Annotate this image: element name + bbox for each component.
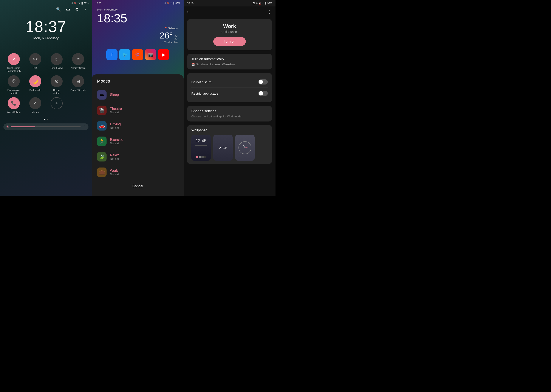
mode-item-theatre[interactable]: 🎬 Theatre Not set bbox=[92, 103, 184, 118]
bluetooth-icon: ✲ bbox=[71, 2, 73, 5]
wallpaper-thumb-1[interactable]: 12:45 bbox=[191, 135, 211, 161]
brightness-control[interactable]: ☀ ⋮ bbox=[3, 123, 88, 130]
twitter-icon: 🐦 bbox=[122, 52, 128, 57]
p3-battery: 36% bbox=[267, 2, 272, 5]
panel-lock-screen: ✲ 🔇 ▾▾ ||| 36% 🔍 ⏻ ⚙ ⋮ 18:37 Mon, 6 Febr… bbox=[0, 0, 92, 196]
more-icon[interactable]: ⋮ bbox=[84, 7, 88, 12]
wp2-sun-icon: ☀ bbox=[219, 146, 222, 150]
app-icon-twitter[interactable]: 🐦 bbox=[119, 49, 130, 60]
clock-display: 18:37 bbox=[0, 18, 92, 35]
wallpaper-thumb-2[interactable]: ☀ 23° bbox=[213, 135, 233, 161]
tile-do-not-disturb[interactable]: ⊘ Do notdisturb bbox=[47, 75, 66, 95]
p2-mute-icon: 🔇 bbox=[167, 2, 170, 5]
sleep-icon-glyph: 🛏 bbox=[100, 92, 104, 98]
driving-mode-icon: 🚗 bbox=[97, 121, 107, 131]
mode-item-work[interactable]: 💼 Work Not set bbox=[92, 164, 184, 180]
power-icon[interactable]: ⏻ bbox=[66, 7, 70, 12]
restrict-toggle[interactable] bbox=[258, 91, 268, 96]
back-button[interactable]: ‹ bbox=[187, 9, 189, 15]
cancel-button[interactable]: Cancel bbox=[92, 181, 184, 192]
relax-mode-name: Relax bbox=[110, 153, 119, 157]
status-bar-2: 18:35 ✲ 🔇 ▾ ||| 36% bbox=[92, 0, 184, 6]
dex-icon: DeX bbox=[33, 58, 37, 60]
tile-modes[interactable]: ✔ Modes bbox=[26, 97, 45, 113]
weather-low: 23° bbox=[175, 37, 179, 40]
mode-item-driving[interactable]: 🚗 Driving Not set bbox=[92, 118, 184, 133]
status-bar-1: ✲ 🔇 ▾▾ ||| 36% bbox=[0, 0, 92, 6]
p2-clock: 18:35 bbox=[97, 11, 179, 25]
app-icon-facebook[interactable]: f bbox=[106, 49, 117, 60]
mode-item-relax[interactable]: 🍃 Relax Not set bbox=[92, 149, 184, 164]
exercise-mode-status: Not set bbox=[110, 142, 123, 145]
brightness-bar[interactable] bbox=[11, 126, 81, 127]
tile-eye-comfort[interactable]: Ⓐ Eye comfortshield bbox=[4, 75, 23, 95]
wifi-icon: ▾▾ bbox=[78, 2, 80, 5]
p2-signal-icon: ||| bbox=[173, 2, 175, 5]
brightness-more-icon[interactable]: ⋮ bbox=[82, 125, 86, 129]
sleep-mode-name: Sleep bbox=[110, 93, 119, 97]
tile-nearby-share[interactable]: ≋ Nearby Share bbox=[69, 53, 88, 73]
wallpaper-section: Wallpaper 12:45 ☀ 23° bbox=[187, 125, 272, 164]
sleep-mode-icon: 🛏 bbox=[97, 90, 107, 99]
wp2-weather-info: ☀ 23° bbox=[219, 146, 227, 150]
p2-date: Mon, 6 February bbox=[97, 8, 179, 11]
relax-icon-glyph: 🍃 bbox=[99, 154, 105, 160]
search-icon[interactable]: 🔍 bbox=[56, 7, 61, 12]
add-circle: + bbox=[50, 97, 63, 109]
tile-smart-view[interactable]: ▷ Smart View bbox=[47, 53, 66, 73]
app-icon-reddit[interactable]: 👾 bbox=[132, 49, 143, 60]
eye-comfort-circle: Ⓐ bbox=[8, 75, 20, 87]
tile-wifi-calling[interactable]: 📞 Wi-Fi Calling bbox=[4, 97, 23, 113]
panel-work-settings: 18:36 🖼 ✲ 🔇 ▾ ||| 36% ‹ ⋮ Work Until Sun… bbox=[184, 0, 275, 196]
change-settings-title: Change settings bbox=[191, 109, 268, 113]
settings-icon[interactable]: ⚙ bbox=[75, 7, 79, 12]
dark-mode-icon: 🌙 bbox=[32, 78, 38, 84]
dnd-toggle[interactable] bbox=[258, 79, 268, 84]
auto-turn-on-section: Turn on automatically 📅 Sunrise until su… bbox=[187, 54, 272, 70]
p3-more-button[interactable]: ⋮ bbox=[267, 9, 272, 15]
modes-icon: ✔ bbox=[33, 101, 37, 106]
mode-item-exercise[interactable]: 🏃 Exercise Not set bbox=[92, 133, 184, 149]
mute-icon: 🔇 bbox=[74, 2, 77, 5]
app-icon-instagram[interactable]: 📷 bbox=[145, 49, 156, 60]
p2-status-time: 18:35 bbox=[95, 2, 101, 5]
theatre-icon-glyph: 🎬 bbox=[99, 107, 105, 113]
wallpaper-thumb-3[interactable] bbox=[235, 135, 255, 161]
wp2-temp: 23° bbox=[222, 146, 227, 149]
p3-wifi-icon: ▾ bbox=[262, 2, 264, 5]
tile-quick-share[interactable]: ↗ Quick ShareContacts only bbox=[4, 53, 23, 73]
wallpaper-options: 12:45 ☀ 23° bbox=[191, 135, 268, 161]
wifi-calling-circle: 📞 bbox=[8, 97, 20, 109]
quick-share-circle: ↗ bbox=[8, 53, 20, 65]
weather-location: 📍 Selangor bbox=[164, 27, 179, 30]
tile-add[interactable]: + bbox=[47, 97, 66, 113]
dnd-circle: ⊘ bbox=[50, 75, 63, 87]
battery-text: 36% bbox=[84, 2, 88, 5]
turn-off-button[interactable]: Turn off bbox=[213, 37, 246, 46]
smart-view-label: Smart View bbox=[50, 66, 63, 70]
tile-dark-mode[interactable]: 🌙 Dark mode bbox=[26, 75, 45, 95]
nearby-share-circle: ≋ bbox=[72, 53, 84, 65]
theatre-mode-name: Theatre bbox=[110, 107, 122, 111]
modes-circle: ✔ bbox=[29, 97, 41, 109]
scan-qr-icon: ⊞ bbox=[76, 79, 80, 84]
reddit-icon: 👾 bbox=[135, 52, 141, 57]
app-icon-youtube[interactable]: ▶ bbox=[158, 49, 169, 60]
tile-dex[interactable]: DeX DeX bbox=[26, 53, 45, 73]
dnd-icon: ⊘ bbox=[55, 78, 58, 84]
exercise-mode-icon: 🏃 bbox=[97, 137, 107, 146]
tile-scan-qr[interactable]: ⊞ Scan QR code bbox=[69, 75, 88, 95]
time-section: 18:37 Mon, 6 February bbox=[0, 18, 92, 40]
calendar-icon: 📅 bbox=[191, 63, 195, 66]
wp1-app-dots bbox=[196, 156, 206, 158]
dex-label: DeX bbox=[33, 66, 37, 70]
wifi-calling-icon: 📞 bbox=[11, 101, 16, 106]
p3-bluetooth-icon: ✲ bbox=[256, 2, 258, 5]
p2-battery: 36% bbox=[175, 2, 180, 5]
wp1-time: 12:45 bbox=[196, 138, 206, 143]
work-mode-card: Work Until Sunset Turn off bbox=[187, 19, 272, 50]
p2-bluetooth-icon: ✲ bbox=[164, 2, 166, 5]
analog-clock bbox=[238, 141, 251, 154]
exercise-icon-glyph: 🏃 bbox=[99, 139, 105, 144]
mode-item-sleep[interactable]: 🛏 Sleep bbox=[92, 87, 184, 103]
